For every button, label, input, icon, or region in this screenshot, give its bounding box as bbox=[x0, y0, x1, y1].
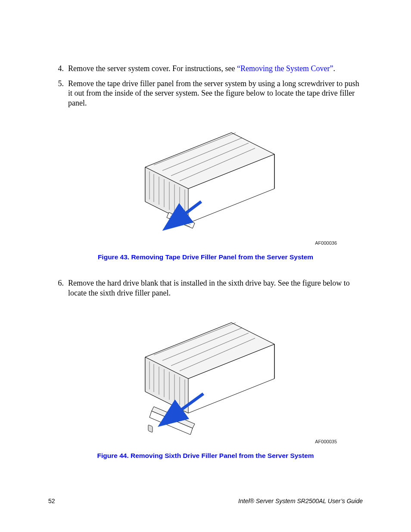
step-text-pre: Remove the server system cover. For inst… bbox=[68, 64, 237, 73]
figure-caption: Figure 43. Removing Tape Drive Filler Pa… bbox=[48, 253, 363, 261]
page-footer: 52 Intel® Server System SR2500AL User’s … bbox=[48, 498, 363, 504]
guide-title: Intel® Server System SR2500AL User’s Gui… bbox=[238, 498, 363, 504]
figure-reference-number: AF000036 bbox=[48, 240, 337, 246]
server-diagram-icon bbox=[128, 310, 283, 435]
step-text: Remove the hard drive blank that is inst… bbox=[68, 278, 363, 298]
figure-44: AF000035 Figure 44. Removing Sixth Drive… bbox=[48, 310, 363, 460]
step-number: 4. bbox=[48, 64, 68, 74]
instruction-step-4: 4. Remove the server system cover. For i… bbox=[48, 64, 363, 74]
page-content: 4. Remove the server system cover. For i… bbox=[0, 0, 411, 460]
svg-rect-43 bbox=[148, 425, 153, 432]
figure-43: AF000036 Figure 43. Removing Tape Drive … bbox=[48, 120, 363, 261]
step-text: Remove the tape drive filler panel from … bbox=[68, 79, 363, 108]
instruction-step-6: 6. Remove the hard drive blank that is i… bbox=[48, 278, 363, 298]
figure-reference-number: AF000035 bbox=[48, 439, 337, 444]
server-diagram-icon bbox=[128, 120, 283, 236]
step-number: 6. bbox=[48, 278, 68, 288]
step-number: 5. bbox=[48, 79, 68, 89]
instruction-list-continued: 6. Remove the hard drive blank that is i… bbox=[48, 278, 363, 298]
page-number: 52 bbox=[48, 498, 55, 504]
figure-caption: Figure 44. Removing Sixth Drive Filler P… bbox=[48, 452, 363, 460]
cross-reference-link[interactable]: “Removing the System Cover” bbox=[237, 64, 333, 73]
instruction-list: 4. Remove the server system cover. For i… bbox=[48, 64, 363, 108]
step-text-post: . bbox=[333, 64, 335, 73]
step-text: Remove the server system cover. For inst… bbox=[68, 64, 363, 74]
instruction-step-5: 5. Remove the tape drive filler panel fr… bbox=[48, 79, 363, 108]
